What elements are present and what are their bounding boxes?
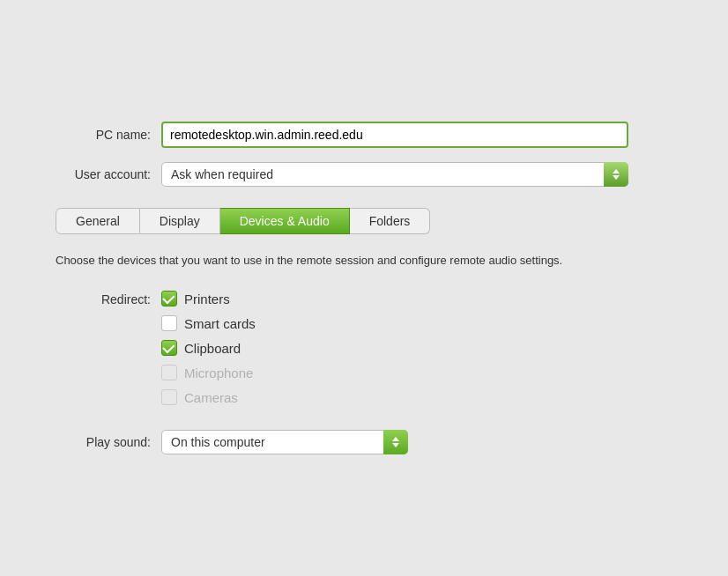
clipboard-label: Clipboard [184, 341, 241, 356]
pc-name-input[interactable] [161, 122, 628, 148]
redirect-label: Redirect: [56, 292, 161, 306]
clipboard-row: Clipboard [161, 340, 256, 356]
user-account-row: User account: Ask when requiredAdd User … [56, 162, 672, 187]
microphone-checkbox [161, 365, 177, 380]
smart-cards-checkbox[interactable] [161, 315, 177, 331]
tab-general[interactable]: General [56, 208, 140, 234]
tab-devices-audio[interactable]: Devices & Audio [220, 208, 350, 234]
tabs-section: General Display Devices & Audio Folders [56, 208, 672, 234]
play-sound-select-wrapper: On this computerOn remote computerNever [161, 430, 408, 454]
printers-row: Printers [161, 291, 256, 306]
microphone-label: Microphone [184, 366, 253, 380]
cameras-checkbox [161, 389, 177, 405]
smart-cards-label: Smart cards [184, 316, 256, 331]
tabs: General Display Devices & Audio Folders [56, 208, 672, 234]
description-text: Choose the devices that you want to use … [56, 252, 672, 270]
tab-folders[interactable]: Folders [350, 208, 431, 234]
pc-name-label: PC name: [56, 128, 161, 142]
microphone-row: Microphone [161, 365, 256, 380]
user-account-label: User account: [56, 167, 161, 181]
pc-name-row: PC name: [56, 122, 672, 148]
play-sound-select[interactable]: On this computerOn remote computerNever [161, 430, 408, 454]
play-sound-label: Play sound: [56, 435, 161, 449]
cameras-label: Cameras [184, 390, 238, 405]
checkboxes: Printers Smart cards Clipboard Microphon… [161, 291, 256, 405]
printers-checkbox[interactable] [161, 291, 177, 306]
tab-display[interactable]: Display [140, 208, 220, 234]
clipboard-checkbox[interactable] [161, 340, 177, 356]
user-account-select-wrapper: Ask when requiredAdd User Account... [161, 162, 628, 187]
user-account-select[interactable]: Ask when requiredAdd User Account... [161, 162, 628, 187]
smart-cards-row: Smart cards [161, 315, 256, 331]
cameras-row: Cameras [161, 389, 256, 405]
settings-container: PC name: User account: Ask when required… [20, 95, 708, 482]
redirect-section: Redirect: Printers Smart cards Clipboard… [56, 291, 672, 405]
play-sound-row: Play sound: On this computerOn remote co… [56, 430, 672, 454]
printers-label: Printers [184, 292, 230, 306]
